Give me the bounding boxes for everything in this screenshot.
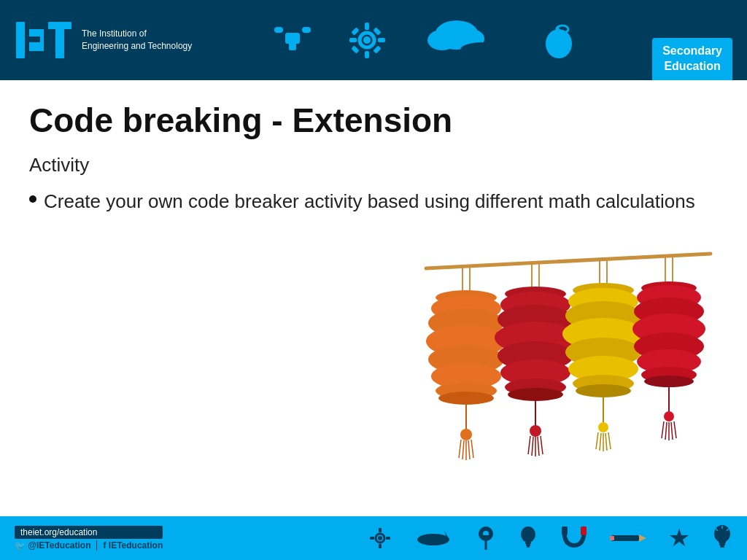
svg-rect-18	[378, 38, 385, 42]
svg-line-52	[459, 440, 461, 458]
svg-point-24	[427, 30, 457, 50]
svg-point-94	[644, 376, 694, 387]
svg-point-64	[508, 388, 563, 401]
footer-magnet-icon	[560, 525, 588, 551]
svg-rect-4	[29, 51, 44, 58]
svg-marker-123	[639, 534, 646, 542]
svg-line-53	[462, 440, 464, 459]
lanterns-svg-icon	[411, 246, 725, 502]
svg-rect-5	[48, 22, 71, 29]
svg-rect-0	[16, 22, 25, 58]
svg-marker-125	[670, 529, 689, 546]
svg-rect-3	[29, 36, 40, 42]
bullet-list: Create your own code breaker activity ba…	[29, 188, 718, 214]
svg-line-85	[605, 433, 607, 451]
header: The Institution of Engineering and Techn…	[0, 0, 747, 80]
svg-rect-21	[352, 45, 360, 53]
footer-bulb-icon	[518, 525, 538, 551]
svg-rect-22	[374, 45, 382, 53]
svg-rect-129	[720, 545, 724, 548]
svg-point-116	[521, 526, 535, 542]
svg-line-83	[600, 433, 601, 451]
gear-icon	[347, 20, 387, 61]
svg-rect-122	[611, 535, 639, 541]
svg-point-66	[530, 425, 541, 437]
svg-line-56	[471, 440, 473, 458]
cloud-plane-icon	[417, 17, 511, 64]
footer: theiet.org/education 🐦 @IETeducation f I…	[0, 516, 747, 560]
svg-rect-127	[719, 541, 726, 543]
svg-rect-20	[374, 27, 382, 35]
svg-rect-107	[386, 537, 390, 540]
footer-lightbulb2-icon	[712, 524, 732, 553]
secondary-education-badge: Secondary Education	[652, 38, 732, 80]
footer-plane-icon	[414, 526, 454, 550]
svg-rect-17	[349, 38, 357, 42]
svg-rect-119	[527, 546, 530, 548]
svg-point-14	[363, 36, 371, 44]
slide-title: Code breaking - Extension	[29, 102, 718, 139]
svg-line-71	[541, 436, 543, 454]
list-item: Create your own code breaker activity ba…	[29, 188, 718, 214]
svg-line-97	[662, 421, 664, 438]
svg-point-49	[438, 392, 494, 405]
svg-rect-105	[379, 544, 382, 548]
apple-icon	[541, 20, 577, 61]
footer-icons	[368, 524, 732, 553]
svg-point-81	[598, 422, 608, 432]
svg-point-96	[664, 411, 674, 421]
svg-line-70	[538, 437, 539, 456]
bullet-dot-icon	[29, 195, 36, 203]
svg-line-100	[671, 422, 673, 440]
svg-rect-104	[379, 528, 382, 532]
drone-icon	[267, 18, 318, 62]
svg-rect-12	[289, 42, 296, 50]
svg-line-98	[665, 422, 667, 440]
svg-point-51	[460, 429, 472, 440]
footer-star-icon	[668, 527, 690, 549]
footer-divider	[96, 540, 97, 551]
svg-rect-15	[365, 23, 369, 30]
svg-rect-124	[610, 536, 614, 540]
footer-facebook: f IETeducation	[103, 540, 163, 551]
footer-url: theiet.org/education	[15, 526, 163, 539]
svg-point-103	[378, 536, 382, 540]
activity-label: Activity	[29, 154, 718, 176]
main-content: Code breaking - Extension Activity Creat…	[0, 80, 747, 516]
footer-twitter: 🐦 @IETeducation	[15, 540, 90, 551]
svg-rect-120	[562, 526, 568, 535]
svg-rect-117	[525, 542, 531, 544]
svg-rect-16	[365, 51, 369, 58]
footer-left: theiet.org/education 🐦 @IETeducation f I…	[15, 526, 163, 551]
header-left: The Institution of Engineering and Techn…	[15, 18, 192, 62]
footer-social: 🐦 @IETeducation f IETeducation	[15, 540, 163, 551]
svg-line-101	[674, 421, 676, 438]
svg-line-33	[426, 254, 711, 268]
org-text: The Institution of Engineering and Techn…	[82, 28, 192, 52]
svg-rect-118	[526, 544, 530, 546]
svg-rect-6	[55, 29, 64, 58]
svg-rect-106	[370, 537, 374, 540]
bullet-text: Create your own code breaker activity ba…	[44, 188, 695, 214]
svg-rect-128	[719, 543, 725, 545]
header-icons	[192, 17, 652, 64]
svg-line-68	[532, 437, 533, 456]
footer-pencil-icon	[610, 531, 646, 545]
iet-logo-icon	[15, 18, 73, 62]
svg-rect-121	[581, 526, 587, 535]
lanterns-illustration	[411, 246, 725, 502]
svg-rect-2	[29, 22, 44, 29]
svg-line-55	[468, 440, 470, 459]
svg-rect-19	[352, 27, 360, 35]
svg-point-79	[576, 384, 631, 397]
footer-pin-icon	[476, 525, 496, 551]
svg-line-82	[596, 432, 598, 449]
svg-line-67	[528, 436, 530, 454]
svg-line-86	[608, 432, 611, 449]
footer-gear-icon	[368, 526, 392, 550]
